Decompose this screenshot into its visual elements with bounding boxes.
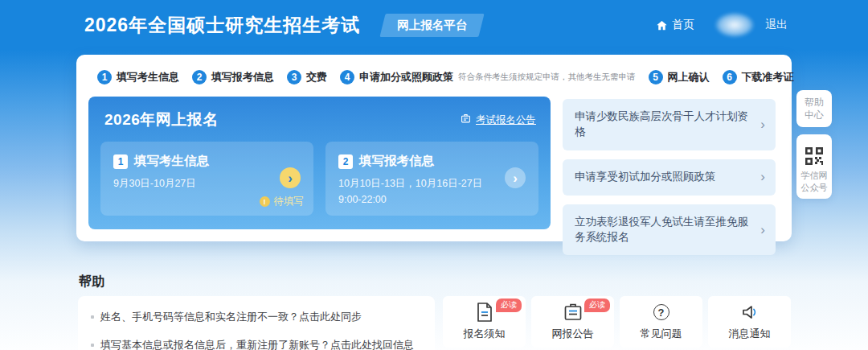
must-read-badge: 必读 — [584, 299, 610, 312]
step-wizard: 1 填写考生信息 2 填写报考信息 3 交费 4 申请加分或照顾政策 符合条件考… — [97, 67, 776, 88]
help-section-title: 帮助 — [79, 274, 104, 290]
header-bar: 2026年全国硕士研究生招生考试 网上报名平台 首页 退出 — [0, 0, 868, 50]
user-name-redacted[interactable] — [715, 13, 754, 37]
step-4-number: 4 — [340, 70, 354, 84]
header-actions: 首页 退出 — [656, 13, 788, 37]
clipboard-icon — [563, 303, 583, 322]
registration-notice-button[interactable]: 必读 报名须知 — [443, 296, 526, 348]
bullet-icon — [91, 344, 94, 347]
bonus-policy-link[interactable]: 申请享受初试加分或照顾政策 › — [563, 159, 776, 196]
logout-button[interactable]: 退出 — [765, 18, 788, 32]
faq-button[interactable]: ? 常见问题 — [620, 296, 702, 348]
recover-info-link[interactable]: 填写基本信息或报名信息后，重新注册了新账号？点击此处找回信息 — [91, 338, 422, 350]
policy-links: 申请少数民族高层次骨干人才计划资格 › 申请享受初试加分或照顾政策 › 立功表彰… — [563, 99, 776, 264]
platform-badge: 网上报名平台 — [383, 14, 481, 37]
card-2-date: 10月10日-13日，10月16日-27日 — [338, 177, 527, 191]
step-1: 1 填写考生信息 — [97, 70, 179, 84]
wechat-qr-tab[interactable]: 学信网公众号 — [796, 134, 832, 199]
panel-title: 2026年网上报名 — [104, 109, 219, 130]
minority-program-link[interactable]: 申请少数民族高层次骨干人才计划资格 › — [563, 99, 776, 150]
online-registration-panel: 2026年网上报名 考试报名公告 1 填写考生信息 9月30日-10月27日 ›… — [88, 97, 551, 229]
card-1-date: 9月30日-10月27日 — [113, 177, 302, 191]
document-icon — [476, 303, 493, 322]
chevron-right-icon: › — [760, 167, 765, 187]
home-link[interactable]: 首页 — [656, 18, 694, 32]
step-6-number: 6 — [723, 70, 737, 84]
chevron-right-icon: › — [760, 220, 765, 240]
home-icon — [656, 19, 668, 31]
fill-candidate-info-card[interactable]: 1 填写考生信息 9月30日-10月27日 › ! 待填写 — [100, 142, 313, 216]
card-2-number: 2 — [338, 154, 353, 169]
must-read-badge: 必读 — [496, 299, 522, 312]
announcement-icon — [461, 113, 471, 126]
speaker-icon — [740, 303, 760, 322]
qr-code-icon — [805, 146, 824, 166]
card-1-status: ! 待填写 — [260, 195, 305, 208]
step-4: 4 申请加分或照顾政策 符合条件考生须按规定申请，其他考生无需申请 — [340, 70, 636, 84]
home-link-label: 首页 — [672, 18, 694, 32]
step-3-number: 3 — [287, 70, 301, 84]
fill-application-info-card[interactable]: 2 填写报考信息 10月10日-13日，10月16日-27日 9:00-22:0… — [326, 142, 538, 216]
card-2-arrow-button[interactable]: › — [505, 167, 526, 188]
page-title: 2026年全国硕士研究生招生考试 — [84, 13, 360, 38]
notifications-button[interactable]: 消息通知 — [708, 296, 791, 348]
card-2-time: 9:00-22:00 — [338, 194, 527, 205]
card-1-arrow-button[interactable]: › — [280, 167, 301, 188]
step-5: 5 网上确认 — [649, 70, 710, 84]
veteran-exemption-link[interactable]: 立功表彰退役军人免试生请至推免服务系统报名 › — [563, 204, 776, 256]
platform-badge-label: 网上报名平台 — [397, 19, 467, 31]
step-2-number: 2 — [192, 70, 207, 84]
sync-realname-link[interactable]: 姓名、手机号码等信息和实名注册不一致？点击此处同步 — [91, 310, 422, 324]
question-icon: ? — [653, 303, 669, 322]
help-card: 姓名、手机号码等信息和实名注册不一致？点击此处同步 填写基本信息或报名信息后，重… — [78, 296, 435, 350]
step-6: 6 下载准考证 — [723, 70, 794, 84]
online-announcement-button[interactable]: 必读 网报公告 — [531, 296, 614, 348]
registration-card: 1 填写考生信息 2 填写报考信息 3 交费 4 申请加分或照顾政策 符合条件考… — [76, 55, 792, 241]
help-center-tab[interactable]: 帮助中心 — [796, 90, 832, 127]
quick-links: 必读 报名须知 必读 网报公告 ? 常见问题 消息通知 — [443, 296, 791, 348]
step-4-note: 符合条件考生须按规定申请，其他考生无需申请 — [458, 72, 636, 83]
edge-tabs: 帮助中心 学信网公众号 — [796, 90, 832, 206]
exam-announcement-link[interactable]: 考试报名公告 — [461, 113, 536, 127]
step-5-number: 5 — [649, 70, 663, 84]
chevron-right-icon: › — [760, 115, 765, 134]
step-1-number: 1 — [97, 70, 112, 84]
step-2: 2 填写报考信息 — [192, 70, 274, 84]
card-1-number: 1 — [113, 154, 128, 169]
bullet-icon — [91, 315, 94, 319]
step-3: 3 交费 — [287, 70, 327, 84]
pending-status-icon: ! — [260, 196, 270, 207]
